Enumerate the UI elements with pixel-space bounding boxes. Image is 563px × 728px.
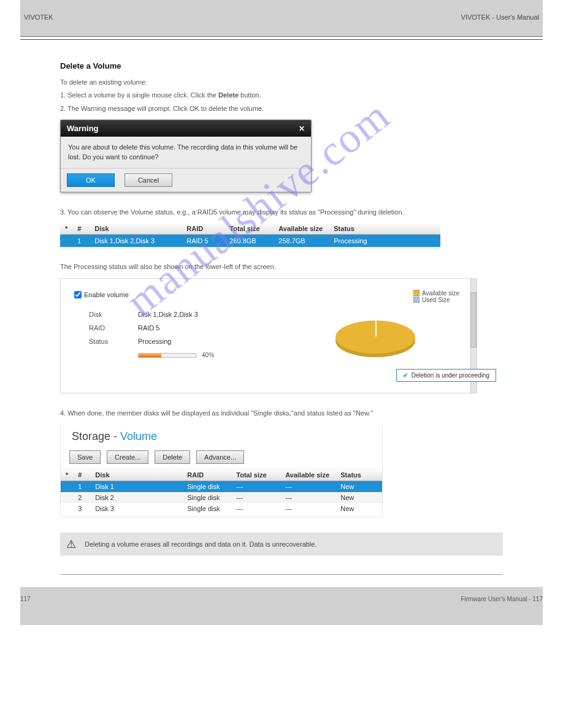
volume-info-table: DiskDisk 1,Disk 2,Disk 3 RAIDRAID 5 Stat… bbox=[74, 307, 215, 362]
col-avail: Available size bbox=[274, 223, 329, 235]
advance-button[interactable]: Advance... bbox=[196, 450, 244, 464]
paragraph-step2: 2. The Warning message will prompt. Clic… bbox=[60, 104, 503, 113]
footer-divider bbox=[60, 574, 503, 575]
warning-dialog: Warning ✕ You are about to delete this v… bbox=[60, 119, 312, 192]
col-num: # bbox=[72, 223, 90, 235]
paragraph-step4: 4. When done, the member disks will be d… bbox=[60, 409, 503, 418]
storage-volume-panel: Storage - Volume Save Create... Delete A… bbox=[60, 424, 383, 517]
progress-percent: 40% bbox=[202, 352, 214, 358]
paragraph-processing-note: The Processing status will also be shown… bbox=[60, 262, 503, 271]
scrollbar-thumb[interactable] bbox=[470, 292, 477, 347]
page-footer-bar: 117 Firmware User's Manual - 117 bbox=[20, 587, 543, 625]
usage-pie-chart bbox=[335, 320, 415, 354]
cancel-button[interactable]: Cancel bbox=[124, 173, 172, 187]
save-button[interactable]: Save bbox=[69, 450, 101, 464]
breadcrumb: Storage - Volume bbox=[61, 424, 382, 446]
enable-volume-checkbox[interactable]: Enable volume bbox=[74, 291, 129, 298]
storage-disk-table: * # Disk RAID Total size Available size … bbox=[61, 469, 382, 514]
header-divider bbox=[20, 39, 543, 40]
warning-icon: ⚠ bbox=[66, 537, 76, 551]
status-toast: ✔ Deletion is under proceeding bbox=[396, 369, 496, 382]
warning-title: Warning bbox=[67, 124, 99, 133]
paragraph-intro: To delete an existing volume: bbox=[60, 78, 503, 87]
close-icon[interactable]: ✕ bbox=[299, 124, 305, 133]
caution-note: ⚠ Deleting a volume erases all recording… bbox=[60, 533, 503, 556]
delete-button[interactable]: Delete bbox=[155, 450, 190, 464]
table-row[interactable]: 2Disk 2Single disk------New bbox=[61, 492, 382, 503]
col-raid: RAID bbox=[182, 223, 224, 235]
page-header-bar: VIVOTEK VIVOTEK - User's Manual bbox=[20, 0, 543, 37]
header-brand: VIVOTEK bbox=[24, 13, 53, 21]
volume-status-table: * # Disk RAID Total size Available size … bbox=[60, 223, 440, 247]
col-disk: Disk bbox=[90, 223, 182, 235]
header-right: VIVOTEK - User's Manual bbox=[461, 13, 539, 21]
paragraph-step3: 3. You can observe the Volume status, e.… bbox=[60, 208, 503, 217]
col-star: * bbox=[60, 223, 72, 235]
table-row[interactable]: 3Disk 3Single disk------New bbox=[61, 503, 382, 514]
check-icon: ✔ bbox=[403, 372, 408, 379]
warning-message: You are about to delete this volume. The… bbox=[61, 137, 311, 169]
footer-page-right: 117 bbox=[532, 596, 543, 602]
volume-detail-panel: Enable volume DiskDisk 1,Disk 2,Disk 3 R… bbox=[60, 278, 477, 393]
enable-volume-input[interactable] bbox=[74, 291, 82, 298]
caution-text: Deleting a volume erases all recordings … bbox=[85, 540, 317, 548]
chart-legend: Available size Used Size bbox=[413, 290, 459, 303]
footer-text: Firmware User's Manual - bbox=[461, 596, 532, 602]
create-button[interactable]: Create... bbox=[107, 450, 148, 464]
ok-button[interactable]: OK bbox=[67, 173, 115, 187]
table-row[interactable]: 1Disk 1Single disk------New bbox=[61, 481, 382, 493]
col-total: Total size bbox=[224, 223, 274, 235]
table-row[interactable]: 1 Disk 1,Disk 2,Disk 3 RAID 5 260.8GB 25… bbox=[60, 235, 440, 248]
footer-page-left: 117 bbox=[20, 596, 31, 625]
paragraph-step1: 1. Select a volume by a single mouse cli… bbox=[60, 91, 503, 100]
col-status: Status bbox=[329, 223, 440, 235]
progress-bar bbox=[138, 353, 196, 358]
section-title-delete-volume: Delete a Volume bbox=[60, 61, 543, 70]
